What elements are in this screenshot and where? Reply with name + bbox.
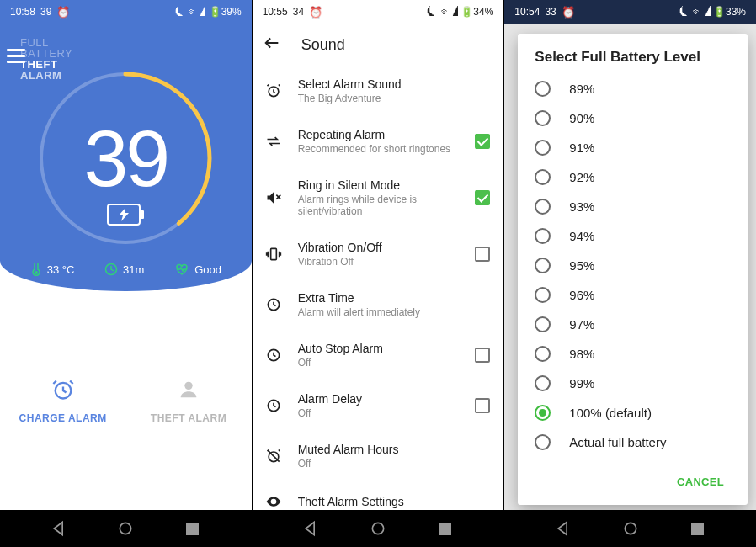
radio-label: 93% — [569, 199, 594, 214]
nav-recent-button[interactable] — [437, 520, 454, 537]
dialog-title: Select Full Battery Level — [535, 49, 734, 66]
setting-subtitle: Off — [298, 458, 491, 470]
svg-rect-11 — [270, 248, 276, 259]
status-bar: 10:54 33 ⏰ ⏾ ᯤ ◢ 🔋33% — [504, 0, 756, 24]
radio-option[interactable]: 92% — [535, 162, 734, 192]
radio-icon — [535, 434, 551, 450]
setting-subtitle: Vibration Off — [298, 256, 461, 268]
clock-icon — [264, 397, 283, 414]
alarm-clock-icon: ⏰ — [562, 6, 575, 19]
setting-row-theft-alarm-settings[interactable]: Theft Alarm Settings — [253, 481, 504, 510]
setting-row-select-alarm-sound[interactable]: Select Alarm SoundThe Big Adventure — [253, 66, 504, 116]
radio-icon — [535, 258, 551, 274]
radio-icon — [535, 169, 551, 185]
radio-label: 91% — [569, 141, 594, 155]
radio-icon — [535, 199, 551, 215]
radio-option[interactable]: 100% (default) — [535, 398, 734, 428]
nav-back-button[interactable] — [555, 520, 572, 537]
radio-list[interactable]: 89%90%91%92%93%94%95%96%97%98%99%100% (d… — [535, 74, 734, 465]
radio-option[interactable]: 96% — [535, 280, 734, 310]
status-temp-small: 39 — [40, 6, 51, 18]
tab-theft-alarm[interactable]: THEFT ALARM — [125, 291, 251, 510]
status-right-icons: ⏾ ᯤ ◢ 🔋34% — [427, 6, 493, 18]
radio-icon — [535, 228, 551, 244]
setting-row-ring-silent-mode[interactable]: Ring in Silent ModeAlarm rings while dev… — [253, 167, 504, 229]
nav-home-button[interactable] — [622, 520, 639, 537]
setting-title: Repeating Alarm — [298, 128, 461, 141]
radio-label: Actual full battery — [569, 435, 666, 449]
setting-row-repeating-alarm[interactable]: Repeating AlarmRecommended for short rin… — [253, 116, 504, 167]
radio-icon — [535, 375, 551, 391]
radio-option[interactable]: Actual full battery — [535, 428, 734, 457]
tab-charge-alarm[interactable]: CHARGE ALARM — [0, 291, 125, 510]
radio-icon — [535, 110, 551, 126]
nav-recent-button[interactable] — [689, 520, 705, 537]
radio-label: 100% (default) — [569, 406, 652, 420]
panel-dialog: 10:54 33 ⏰ ⏾ ᯤ ◢ 🔋33% Select Full Batter… — [503, 0, 756, 547]
status-bar: 10:58 39 ⏰ ⏾ ᯤ ◢ 🔋39% — [0, 0, 252, 24]
nav-home-button[interactable] — [117, 520, 134, 537]
charging-icon — [107, 204, 144, 229]
setting-title: Auto Stop Alarm — [298, 342, 461, 355]
svg-point-5 — [35, 271, 38, 274]
setting-title: Muted Alarm Hours — [298, 443, 491, 456]
alarm-clock-icon: ⏰ — [309, 6, 322, 19]
nav-recent-button[interactable] — [184, 520, 201, 537]
panel-settings-sound: 10:55 34 ⏰ ⏾ ᯤ ◢ 🔋34% Sound Select Alarm… — [252, 0, 504, 547]
radio-label: 95% — [569, 258, 594, 273]
toolbar: Sound — [253, 24, 504, 66]
status-bar: 10:55 34 ⏰ ⏾ ᯤ ◢ 🔋34% — [253, 0, 504, 24]
alarm-clock-icon: ⏰ — [56, 6, 70, 19]
setting-row-alarm-delay[interactable]: Alarm DelayOff — [253, 380, 504, 431]
radio-option[interactable]: 90% — [535, 104, 734, 133]
android-nav-bar — [253, 510, 504, 547]
setting-row-auto-stop-alarm[interactable]: Auto Stop AlarmOff — [253, 330, 504, 380]
setting-row-muted-alarm-hours[interactable]: Muted Alarm HoursOff — [253, 431, 504, 481]
setting-title: Vibration On/Off — [298, 241, 461, 254]
radio-option[interactable]: 93% — [535, 192, 734, 221]
nav-home-button[interactable] — [370, 520, 386, 537]
status-right-icons: ⏾ ᯤ ◢ 🔋39% — [175, 6, 242, 18]
alarm-off-icon — [264, 448, 283, 465]
radio-option[interactable]: 91% — [535, 133, 734, 162]
radio-label: 99% — [569, 376, 594, 390]
status-time: 10:54 — [514, 6, 540, 18]
setting-title: Alarm Delay — [298, 392, 461, 406]
checkbox[interactable] — [475, 134, 490, 149]
status-time: 10:58 — [10, 6, 35, 18]
setting-subtitle: The Big Adventure — [298, 93, 491, 104]
radio-option[interactable]: 95% — [535, 251, 734, 280]
cancel-button[interactable]: CANCEL — [670, 470, 731, 493]
checkbox[interactable] — [475, 247, 490, 262]
setting-title: Ring in Silent Mode — [298, 178, 461, 192]
svg-point-19 — [625, 523, 636, 534]
panel-home: 10:58 39 ⏰ ⏾ ᯤ ◢ 🔋39% FULL BATTERY THEFT… — [0, 0, 252, 547]
radio-option[interactable]: 94% — [535, 221, 734, 251]
radio-option[interactable]: 97% — [535, 310, 734, 339]
svg-point-18 — [372, 523, 383, 534]
volume-off-icon — [264, 189, 283, 206]
status-temp-small: 33 — [545, 6, 556, 18]
radio-icon — [535, 346, 551, 362]
radio-label: 96% — [569, 288, 594, 302]
setting-row-vibration-onoff[interactable]: Vibration On/OffVibration Off — [253, 229, 504, 279]
setting-row-extra-time[interactable]: Extra TimeAlarm will alert immediately — [253, 279, 504, 330]
svg-point-9 — [120, 523, 131, 534]
alarm-icon — [51, 378, 75, 404]
nav-back-button[interactable] — [302, 520, 319, 537]
setting-subtitle: Off — [298, 357, 461, 369]
back-button[interactable] — [263, 34, 281, 56]
radio-option[interactable]: 89% — [535, 74, 734, 104]
radio-option[interactable]: 99% — [535, 369, 734, 398]
metrics-row: 33 °C 31m Good — [0, 263, 252, 276]
alarm-icon — [264, 82, 283, 99]
radio-icon — [535, 81, 551, 97]
checkbox[interactable] — [475, 348, 490, 363]
checkbox[interactable] — [475, 398, 490, 413]
select-level-dialog: Select Full Battery Level 89%90%91%92%93… — [518, 34, 748, 505]
nav-back-button[interactable] — [51, 520, 67, 537]
checkbox[interactable] — [475, 190, 490, 205]
settings-list[interactable]: Select Alarm SoundThe Big AdventureRepea… — [253, 66, 504, 510]
setting-title: Select Alarm Sound — [298, 77, 491, 91]
radio-option[interactable]: 98% — [535, 339, 734, 369]
